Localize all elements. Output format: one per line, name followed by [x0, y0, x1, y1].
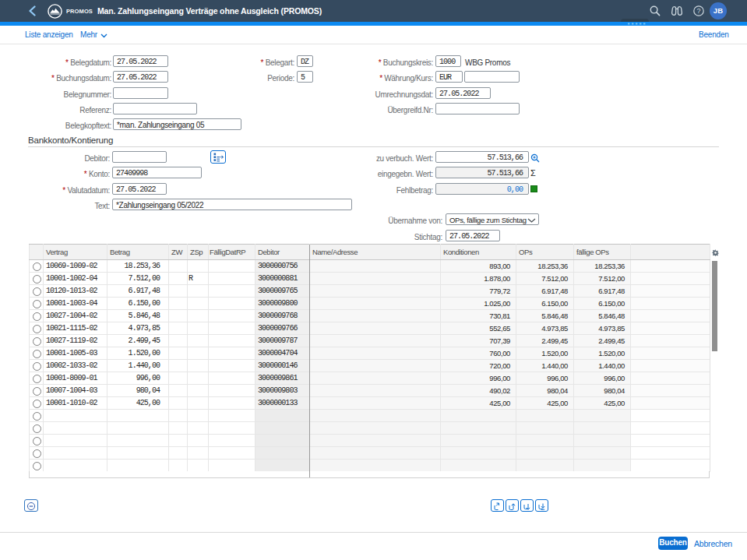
svg-text:?: ? — [696, 7, 700, 15]
